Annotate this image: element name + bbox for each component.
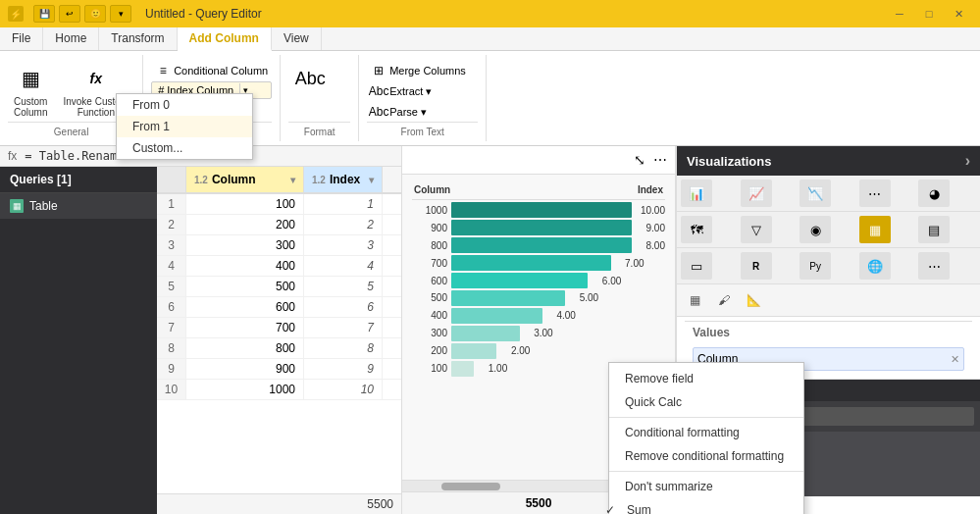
viz-icon-r-visual[interactable]: R [741,252,772,280]
tab-transform[interactable]: Transform [99,27,177,50]
expand-chart-button[interactable]: ⤡ [630,150,649,170]
format-toggle-bar: ▦ 🖌 📐 [677,284,980,317]
chart-row: 3003.00 [412,325,665,341]
parse-button[interactable]: Abc Parse ▾ [367,102,478,122]
viz-icon-gauge[interactable]: ◉ [799,216,831,243]
conditional-column-icon: ≡ [155,63,171,78]
cell-col-1[interactable]: 100 [186,194,304,214]
format-icon-btn[interactable]: 🖌 [710,288,738,312]
window-title: Untitled - Query Editor [145,7,262,21]
viz-icon-py-visual[interactable]: Py [799,252,831,280]
main-content: fx = Table.RenameColum Queries [1] ▦ Tab… [0,146,980,514]
maximize-button[interactable]: □ [915,0,943,27]
undo-button[interactable]: ↩ [59,5,80,23]
dropdown-button[interactable]: ▾ [110,5,131,23]
cell-col-9[interactable]: 900 [186,359,304,379]
column-header-idx[interactable]: 1.2 Index ▾ [304,167,383,192]
cell-idx-10[interactable]: 10 [304,380,383,399]
chart-panel-toolbar: ⤡ ⋯ [402,146,675,175]
viz-icon-globe[interactable]: 🌐 [859,252,891,280]
row-num-header [157,167,186,192]
more-options-button[interactable]: ⋯ [649,150,671,170]
viz-icon-funnel[interactable]: ▽ [741,216,772,243]
ctx-quick-calc[interactable]: Quick Calc [609,390,803,414]
viz-icon-scatter[interactable]: ⋯ [859,180,891,207]
merge-icon: ⊞ [371,63,387,78]
ctx-remove-conditional[interactable]: Remove conditional formatting [609,444,803,468]
viz-panel-header: Visualizations › [677,146,980,176]
viz-icon-card[interactable]: ▭ [681,252,712,280]
sort-icon-idx[interactable]: ▾ [369,175,374,185]
viz-icon-map[interactable]: 🗺 [681,216,712,243]
idx-type-icon: 1.2 [312,175,326,185]
cell-idx-7[interactable]: 7 [304,318,383,337]
format-button[interactable]: Abc [288,59,332,98]
ctx-dont-summarize[interactable]: Don't summarize [609,475,803,498]
table-row: 4 400 4 [157,256,401,277]
custom-column-button[interactable]: ▦ CustomColumn [8,59,53,122]
table-icon: ▦ [10,199,24,213]
dropdown-item-from1[interactable]: From 1 [117,116,252,137]
chart-row: 6006.00 [412,273,665,289]
tab-file[interactable]: File [0,27,43,50]
cell-col-10[interactable]: 1000 [186,380,304,399]
cell-idx-2[interactable]: 2 [304,215,383,234]
table-row: 10 1000 10 [157,380,401,400]
tab-view[interactable]: View [272,27,322,50]
cell-col-4[interactable]: 400 [186,256,304,276]
viz-expand-button[interactable]: › [965,152,970,170]
tab-home[interactable]: Home [43,27,99,50]
cell-col-7[interactable]: 700 [186,318,304,337]
dropdown-item-from0[interactable]: From 0 [117,94,252,116]
ctx-conditional-formatting[interactable]: Conditional formatting [609,421,803,444]
cell-col-8[interactable]: 800 [186,338,304,358]
parse-icon: Abc [371,104,387,120]
query-item-table[interactable]: ▦ Table [0,193,157,219]
row-num-5: 5 [157,277,186,296]
cell-col-5[interactable]: 500 [186,277,304,296]
viz-icon-matrix[interactable]: ▤ [918,216,950,243]
cell-col-3[interactable]: 300 [186,235,304,255]
viz-icon-more[interactable]: ⋯ [918,252,950,280]
viz-icons-row1: 📊 📈 📉 ⋯ ◕ [677,176,980,212]
context-menu: Remove field Quick Calc Conditional form… [608,362,804,514]
tab-add-column[interactable]: Add Column [178,27,272,51]
dropdown-item-custom[interactable]: Custom... [117,137,252,159]
table-row: 7 700 7 [157,318,401,338]
close-button[interactable]: ✕ [945,0,972,27]
analytics-icon-btn[interactable]: 📐 [740,288,767,312]
conditional-column-button[interactable]: ≡ Conditional Column [151,61,272,80]
row-num-7: 7 [157,318,186,337]
cell-idx-9[interactable]: 9 [304,359,383,379]
minimize-button[interactable]: ─ [886,0,913,27]
viz-icon-area[interactable]: 📉 [799,180,831,207]
viz-icon-line[interactable]: 📈 [741,180,772,207]
viz-icon-pie[interactable]: ◕ [918,180,950,207]
scrollbar-thumb[interactable] [441,483,500,490]
viz-icon-table[interactable]: ▦ [859,216,891,243]
cell-idx-8[interactable]: 8 [304,338,383,358]
viz-icons-row2: 🗺 ▽ ◉ ▦ ▤ [677,212,980,248]
ctx-remove-field[interactable]: Remove field [609,367,803,390]
cell-idx-3[interactable]: 3 [304,235,383,255]
cell-idx-6[interactable]: 6 [304,297,383,317]
format-group-label: Format [288,122,350,137]
quick-access-buttons: 💾 ↩ 🙂 ▾ [33,5,131,23]
values-field-close[interactable]: ✕ [951,353,959,366]
fields-icon-btn[interactable]: ▦ [681,288,708,312]
ctx-sum[interactable]: Sum [609,498,803,514]
viz-icon-bar[interactable]: 📊 [681,180,712,207]
emoji-button[interactable]: 🙂 [84,5,106,23]
cell-idx-4[interactable]: 4 [304,256,383,276]
sort-icon-col[interactable]: ▾ [290,175,295,185]
column-header-col[interactable]: 1.2 Column ▾ [186,167,304,192]
ribbon-group-format: Abc Format [281,55,359,141]
cell-col-2[interactable]: 200 [186,215,304,234]
cell-idx-1[interactable]: 1 [304,194,383,214]
extract-button[interactable]: Abc Extract ▾ [367,81,478,101]
cell-idx-5[interactable]: 5 [304,277,383,296]
save-button[interactable]: 💾 [33,5,55,23]
merge-buttons: ⊞ Merge Columns Abc Extract ▾ Abc Parse … [367,59,478,122]
cell-col-6[interactable]: 600 [186,297,304,317]
merge-columns-button[interactable]: ⊞ Merge Columns [367,61,478,80]
